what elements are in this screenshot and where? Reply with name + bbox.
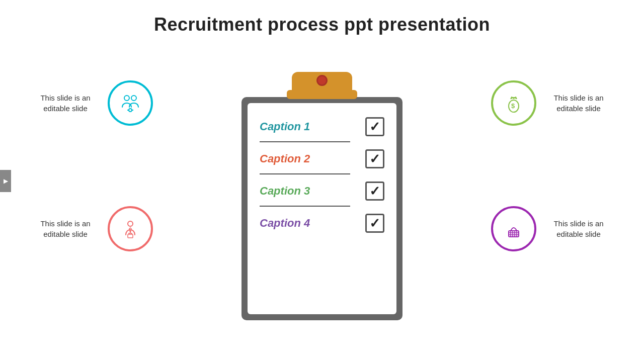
divider-3 <box>260 206 350 207</box>
divider-1 <box>260 141 350 142</box>
checkbox-3[interactable] <box>365 182 384 201</box>
svg-point-7 <box>128 221 133 226</box>
svg-rect-8 <box>128 234 133 238</box>
checkbox-1[interactable] <box>365 117 384 136</box>
side-item-bottom-right: This slide is an editable slide <box>491 206 614 251</box>
side-item-top-left: This slide is an editable slide <box>30 80 153 126</box>
caption-4-label: Caption 4 <box>260 217 310 230</box>
clipboard-clip <box>287 72 357 99</box>
caption-1-label: Caption 1 <box>260 120 310 133</box>
svg-text:$: $ <box>511 102 515 110</box>
checklist-item-1: Caption 1 <box>260 112 384 140</box>
clip-bar <box>287 90 357 99</box>
clipboard-board: Caption 1 Caption 2 Caption 3 <box>242 97 403 320</box>
checklist-item-4: Caption 4 <box>260 209 384 237</box>
page-title: Recruitment process ppt presentation <box>0 0 644 40</box>
checklist-item-2: Caption 2 <box>260 144 384 172</box>
nav-arrow[interactable] <box>0 170 11 192</box>
divider-2 <box>260 173 350 174</box>
checkbox-2[interactable] <box>365 149 384 168</box>
icon-people-circle <box>108 80 153 126</box>
side-text-bottom-left: This slide is an editable slide <box>30 218 101 239</box>
icon-basket-circle <box>491 206 536 251</box>
clipboard: Caption 1 Caption 2 Caption 3 <box>236 72 408 320</box>
icon-person-circle <box>108 206 153 251</box>
clip-body <box>292 72 352 91</box>
main-content: This slide is an editable slide $ This s… <box>0 40 644 352</box>
side-item-bottom-left: This slide is an editable slide <box>30 206 153 251</box>
side-text-top-right: This slide is an editable slide <box>543 93 614 114</box>
svg-point-0 <box>124 96 129 101</box>
svg-point-1 <box>131 96 136 101</box>
side-text-bottom-right: This slide is an editable slide <box>543 218 614 239</box>
icon-money-circle: $ <box>491 80 536 126</box>
clip-dot <box>316 75 328 86</box>
svg-rect-9 <box>509 231 519 237</box>
caption-2-label: Caption 2 <box>260 152 310 165</box>
clipboard-paper: Caption 1 Caption 2 Caption 3 <box>248 103 396 314</box>
side-text-top-left: This slide is an editable slide <box>30 93 101 114</box>
side-item-top-right: $ This slide is an editable slide <box>491 80 614 126</box>
svg-point-2 <box>129 109 132 112</box>
caption-3-label: Caption 3 <box>260 185 310 198</box>
checkbox-4[interactable] <box>365 214 384 233</box>
checklist-item-3: Caption 3 <box>260 176 384 205</box>
